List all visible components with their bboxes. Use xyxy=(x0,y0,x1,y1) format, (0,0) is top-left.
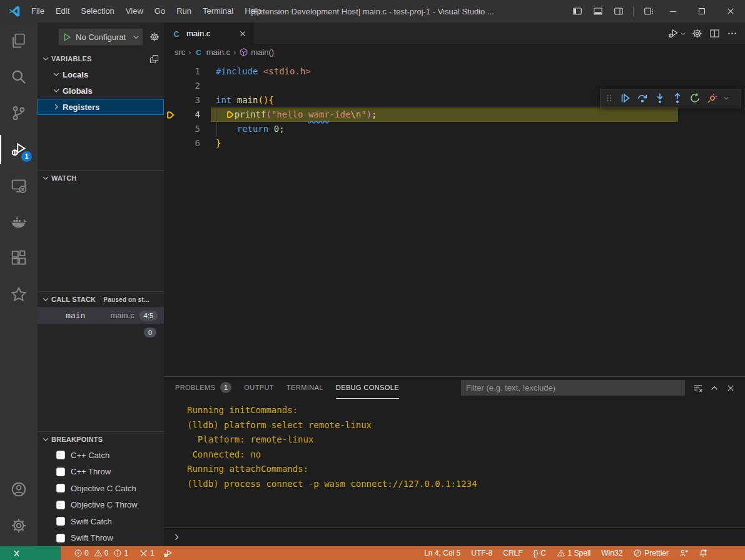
call-stack-section-header[interactable]: CALL STACK Paused on st... xyxy=(38,292,164,307)
breakpoint-gutter[interactable] xyxy=(164,136,178,151)
minimize-button[interactable] xyxy=(659,0,687,22)
tab-main.c[interactable]: Cmain.c xyxy=(164,22,253,44)
breakpoint-checkbox[interactable] xyxy=(56,484,65,492)
close-window-button[interactable] xyxy=(716,0,745,22)
debug-config-dropdown[interactable]: No Configurat xyxy=(58,28,143,46)
breakpoint-gutter[interactable] xyxy=(164,79,178,93)
breadcrumb-item-src[interactable]: src xyxy=(175,48,185,57)
split-editor-button[interactable] xyxy=(706,26,722,42)
code-editor[interactable]: 1#include <stdio.h>23int main(){4 printf… xyxy=(164,59,745,376)
step-over-button[interactable] xyxy=(634,89,651,107)
status-eol[interactable]: CRLF xyxy=(503,549,522,558)
variables-item-globals[interactable]: Globals xyxy=(38,82,164,99)
activity-item-accounts[interactable] xyxy=(0,471,38,508)
activity-item-settings[interactable] xyxy=(0,508,38,544)
restart-icon xyxy=(689,92,701,104)
copy-icon[interactable] xyxy=(150,54,159,64)
breakpoint-gutter[interactable] xyxy=(164,64,178,79)
panel-tab-label: PROBLEMS xyxy=(175,384,215,391)
run-dropdown-button[interactable] xyxy=(679,26,687,42)
breakpoint-checkbox[interactable] xyxy=(56,517,65,526)
close-icon[interactable] xyxy=(238,29,247,38)
start-debugging-icon[interactable] xyxy=(63,32,72,42)
chevron-down-icon xyxy=(41,174,50,182)
breadcrumb-item-main[interactable]: main() xyxy=(239,48,274,57)
menu-edit[interactable]: Edit xyxy=(50,0,75,22)
menu-file[interactable]: File xyxy=(26,0,50,22)
breakpoint-row[interactable]: Swift Throw xyxy=(38,530,164,547)
status-encoding[interactable]: UTF-8 xyxy=(471,549,492,558)
problem-count: 0 xyxy=(84,549,89,558)
panel-tab-terminal[interactable]: TERMINAL xyxy=(286,377,323,399)
activity-item-search[interactable] xyxy=(0,59,38,95)
breadcrumb-item-mainc[interactable]: Cmain.c xyxy=(195,48,230,57)
problems-status[interactable]: 001 xyxy=(74,549,131,558)
activity-item-extensions[interactable] xyxy=(0,240,38,276)
activity-item-docker[interactable] xyxy=(0,204,38,240)
status-prettier[interactable]: Prettier xyxy=(633,549,669,558)
breakpoint-checkbox[interactable] xyxy=(56,468,65,476)
watch-section-header[interactable]: WATCH xyxy=(38,171,164,186)
variables-item-registers[interactable]: Registers xyxy=(38,99,164,115)
breakpoint-row[interactable]: Objective C Throw xyxy=(38,497,164,514)
status-feedback[interactable] xyxy=(679,549,688,558)
more-actions-button[interactable] xyxy=(724,26,740,42)
remote-indicator[interactable] xyxy=(0,546,61,560)
step-out-button[interactable] xyxy=(669,89,686,107)
breakpoint-checkbox[interactable] xyxy=(56,501,65,509)
console-filter-input[interactable] xyxy=(461,380,685,396)
breakpoint-row[interactable]: C++ Catch xyxy=(38,447,164,464)
clear-console-icon[interactable] xyxy=(690,380,706,396)
activity-item-remote-explorer[interactable] xyxy=(0,168,38,204)
titlebar-layout-customize-button[interactable] xyxy=(638,0,659,22)
titlebar-layout-sidebar-right-button[interactable] xyxy=(608,0,629,22)
step-into-button[interactable] xyxy=(651,89,669,107)
breakpoint-row[interactable]: C++ Throw xyxy=(38,464,164,481)
ports-status[interactable]: 1 xyxy=(139,549,155,558)
breakpoint-checkbox[interactable] xyxy=(56,534,65,542)
variables-item-locals[interactable]: Locals xyxy=(38,66,164,82)
call-stack-frame[interactable]: main main.c 4:5 xyxy=(38,307,164,324)
drag-grip-icon[interactable] xyxy=(602,89,616,107)
breakpoint-checkbox[interactable] xyxy=(56,451,65,459)
launch-config-gear-icon[interactable] xyxy=(150,32,160,42)
breakpoint-gutter[interactable] xyxy=(164,93,178,108)
chevron-down-icon[interactable] xyxy=(721,89,731,107)
activity-item-explorer[interactable] xyxy=(0,22,38,59)
activity-item-run-and-debug[interactable]: 1 xyxy=(0,131,38,168)
menu-selection[interactable]: Selection xyxy=(75,0,119,22)
status-spell-status[interactable]: 1 Spell xyxy=(557,549,591,558)
problems-badge: 1 xyxy=(220,382,231,393)
breakpoint-gutter[interactable] xyxy=(164,122,178,136)
menu-terminal[interactable]: Terminal xyxy=(197,0,239,22)
activity-item-source-control[interactable] xyxy=(0,95,38,131)
status-notifications[interactable] xyxy=(699,549,707,558)
status-language-mode[interactable]: {} C xyxy=(534,549,546,558)
maximize-panel-icon[interactable] xyxy=(706,380,722,396)
menu-run[interactable]: Run xyxy=(171,0,197,22)
disconnect-button[interactable] xyxy=(704,89,721,107)
activity-item-favorites[interactable] xyxy=(0,276,38,312)
continue-button[interactable] xyxy=(616,89,634,107)
panel-tab-problems[interactable]: PROBLEMS1 xyxy=(175,377,231,399)
variables-section-header[interactable]: VARIABLES xyxy=(38,51,164,66)
restart-button[interactable] xyxy=(686,89,704,107)
titlebar-layout-panel-button[interactable] xyxy=(587,0,608,22)
status-platform[interactable]: Win32 xyxy=(601,549,622,558)
maximize-button[interactable] xyxy=(687,0,716,22)
menu-view[interactable]: View xyxy=(120,0,149,22)
status-cursor-position[interactable]: Ln 4, Col 5 xyxy=(424,549,460,558)
menu-go[interactable]: Go xyxy=(149,0,171,22)
breakpoint-row[interactable]: Swift Catch xyxy=(38,513,164,530)
call-stack-row[interactable]: 0 xyxy=(38,324,164,341)
breakpoint-gutter[interactable] xyxy=(164,108,178,122)
panel-tab-debug-console[interactable]: DEBUG CONSOLE xyxy=(336,377,399,399)
panel-tab-output[interactable]: OUTPUT xyxy=(244,377,274,399)
breakpoint-row[interactable]: Objective C Catch xyxy=(38,480,164,497)
breakpoints-section-header[interactable]: BREAKPOINTS xyxy=(38,432,164,447)
editor-settings-button[interactable] xyxy=(689,26,705,42)
debug-console-input[interactable] xyxy=(164,528,745,546)
debug-status[interactable] xyxy=(163,549,173,558)
close-panel-icon[interactable] xyxy=(722,380,739,396)
titlebar-layout-sidebar-button[interactable] xyxy=(567,0,587,22)
